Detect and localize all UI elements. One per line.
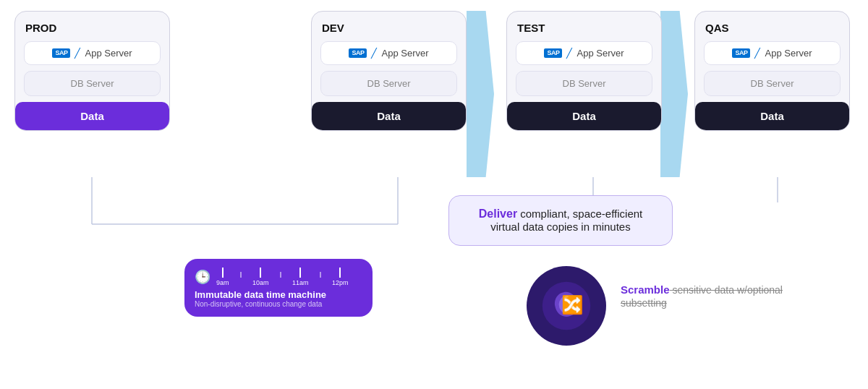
scramble-highlight: Scramble	[621, 283, 670, 296]
tooltip-bubble: Deliver compliant, space-efficient virtu…	[448, 195, 673, 246]
time-machine-widget: 🕒 9am x 10am x	[184, 259, 373, 317]
env-card-qas: QAS SAP ╱ App Server DB Server Data	[694, 11, 850, 131]
app-server-label-prod: App Server	[85, 48, 132, 59]
sap-slash-qas: ╱	[754, 48, 760, 59]
arrow-test-qas	[660, 11, 688, 177]
db-server-box-dev: DB Server	[320, 71, 457, 96]
env-label-test: TEST	[516, 22, 652, 34]
data-box-dev: Data	[312, 102, 466, 130]
app-server-label-dev: App Server	[381, 48, 428, 59]
db-server-label-dev: DB Server	[367, 78, 411, 89]
db-server-label-qas: DB Server	[751, 78, 794, 89]
time-machine-title: Immutable data time machine	[195, 289, 361, 300]
time-10am: x	[239, 272, 243, 286]
timeline-marks: 9am x 10am x 11am	[216, 268, 361, 286]
time-short2: x	[319, 272, 323, 286]
app-server-box-prod: SAP ╱ App Server	[24, 41, 161, 65]
tooltip-highlight: Deliver	[479, 208, 517, 220]
app-server-box-dev: SAP ╱ App Server	[320, 41, 457, 65]
clock-icon: 🕒	[195, 269, 210, 285]
sap-slash-prod: ╱	[75, 48, 80, 59]
db-server-box-qas: DB Server	[704, 71, 841, 96]
db-server-box-test: DB Server	[516, 71, 652, 96]
app-server-box-qas: SAP ╱ App Server	[704, 41, 841, 65]
time-11am-label: 11am	[292, 268, 309, 286]
app-server-box-test: SAP ╱ App Server	[516, 41, 652, 65]
env-label-dev: DEV	[320, 22, 457, 34]
data-box-test: Data	[507, 102, 661, 130]
env-label-prod: PROD	[24, 22, 161, 34]
scramble-text-block: Scramble sensitive data w/optional subse…	[621, 283, 787, 309]
app-server-label-test: App Server	[576, 48, 624, 59]
sap-slash-test: ╱	[566, 48, 572, 59]
time-12pm-label: 12pm	[332, 268, 349, 286]
env-card-test: TEST SAP ╱ App Server DB Server Data	[506, 11, 662, 131]
time-11am: x	[279, 272, 283, 286]
svg-text:🔀: 🔀	[561, 294, 584, 316]
arrow-dev-test	[467, 11, 494, 177]
sap-logo-test: SAP	[544, 48, 562, 58]
env-label-qas: QAS	[704, 22, 841, 34]
env-card-prod: PROD SAP ╱ App Server DB Server Data	[14, 11, 170, 131]
sap-slash-dev: ╱	[371, 48, 377, 59]
db-server-box-prod: DB Server	[24, 71, 161, 96]
scramble-icon: 🔀	[541, 281, 592, 331]
time-9am: 9am	[216, 268, 229, 286]
sap-logo-prod: SAP	[52, 48, 70, 58]
data-box-qas: Data	[695, 102, 849, 130]
data-box-prod: Data	[15, 102, 169, 130]
scramble-icon-circle: 🔀	[527, 266, 606, 346]
sap-logo-dev: SAP	[349, 48, 367, 58]
diagram-container: PROD SAP ╱ App Server DB Server Data DEV…	[0, 0, 868, 389]
app-server-label-qas: App Server	[765, 48, 812, 59]
time-10am-label: 10am	[252, 268, 269, 286]
db-server-label-prod: DB Server	[71, 78, 114, 89]
env-card-dev: DEV SAP ╱ App Server DB Server Data	[311, 11, 467, 131]
sap-logo-qas: SAP	[732, 48, 750, 58]
time-machine-subtitle: Non-disruptive, continuous change data	[195, 300, 361, 308]
db-server-label-test: DB Server	[563, 78, 606, 89]
